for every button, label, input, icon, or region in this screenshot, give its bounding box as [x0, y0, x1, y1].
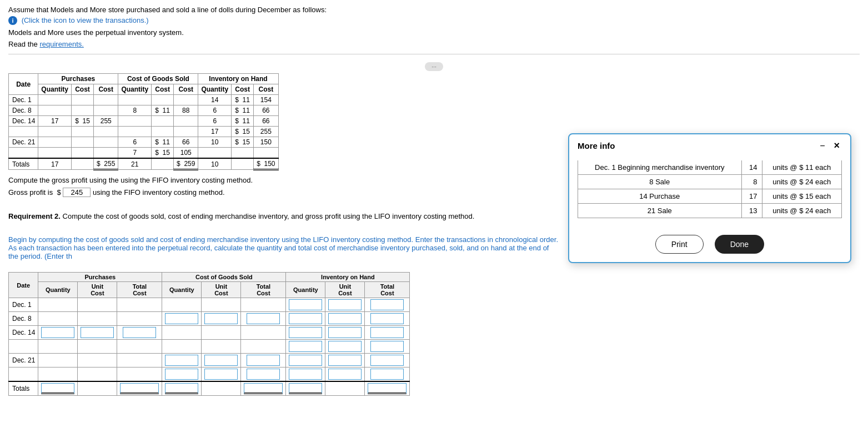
- perpetual-system-text: Models and More uses the perpetual inven…: [8, 28, 860, 37]
- lifo-dec21-cogs-tc-b[interactable]: [247, 369, 280, 380]
- view-transactions-link[interactable]: (Click the icon to view the transactions…: [22, 16, 149, 24]
- modal-unit-sale21: units @ $ 24 each: [762, 204, 841, 218]
- col-p-uc: Cost: [72, 84, 94, 95]
- lifo-dec21-inv-qty-b[interactable]: [289, 369, 322, 380]
- gross-profit-input[interactable]: [63, 188, 91, 197]
- lifo-dec14-inv-qty-a[interactable]: [289, 327, 322, 338]
- lifo-dec21-inv-uc-a[interactable]: [328, 355, 362, 366]
- gross-profit-result: Gross profit is $ using the FIFO invento…: [8, 188, 560, 197]
- lifo-row-dec14a: Dec. 14: [9, 326, 410, 340]
- lifo-dec21-cogs-uc-a[interactable]: [204, 355, 238, 366]
- col-p-tc: Cost: [94, 84, 118, 95]
- modal-item-sale8: 8 Sale 8 units @ $ 24 each: [578, 175, 842, 189]
- lifo-dec8-inv-tc[interactable]: [370, 313, 404, 324]
- lifo-dec21-cogs-uc-b[interactable]: [204, 369, 238, 380]
- lifo-dec1-inv-qty[interactable]: [289, 299, 322, 310]
- lifo-dec1-inv-uc[interactable]: [328, 299, 362, 310]
- fifo-row-totals: Totals 17 $ 255 21 $ 259 10 $ 150: [9, 158, 279, 170]
- fifo-row-dec21a: Dec. 21 6 $ 11 66 10 $ 15 150: [9, 137, 279, 148]
- lifo-dec14-inv-tc-b[interactable]: [370, 341, 404, 352]
- lifo-table: Date Purchases Cost of Goods Sold Invent…: [8, 272, 410, 396]
- modal-label-sale8: 8 Sale: [578, 175, 742, 189]
- print-button[interactable]: Print: [655, 235, 704, 254]
- modal-footer: Print Done: [569, 226, 850, 262]
- fifo-row-dec14b: 17 $ 15 255: [9, 127, 279, 137]
- read-requirements-text: Read the requirements.: [8, 40, 860, 48]
- lifo-total-cogs-tc[interactable]: [244, 383, 283, 394]
- col-inv-tc: Cost: [254, 84, 278, 95]
- lifo-dec1-inv-tc[interactable]: [370, 299, 404, 310]
- info-icon: i: [8, 16, 17, 25]
- fifo-table: Date Purchases Cost of Goods Sold Invent…: [8, 73, 279, 170]
- col-cogs-tc: Cost: [174, 84, 198, 95]
- lifo-dec21-cogs-qty-a[interactable]: [165, 355, 198, 366]
- modal-content: Dec. 1 Beginning merchandise inventory 1…: [569, 155, 850, 226]
- modal-qty-sale21: 13: [741, 204, 762, 218]
- modal-qty-purchase14: 17: [741, 189, 762, 204]
- lifo-row-dec21a: Dec. 21: [9, 354, 410, 367]
- more-info-modal: More info − × Dec. 1 Beginning merchandi…: [568, 133, 851, 263]
- lifo-inventory-header: Inventory on Hand: [286, 273, 410, 282]
- lifo-dec14-p-uc[interactable]: [81, 327, 114, 338]
- lifo-dec14-inv-tc-a[interactable]: [370, 327, 404, 338]
- lifo-row-dec21b: [9, 367, 410, 382]
- lifo-total-inv-qty[interactable]: [289, 383, 322, 394]
- lifo-inv-unit-cost: UnitCost: [325, 282, 365, 298]
- modal-label-sale21: 21 Sale: [578, 204, 742, 218]
- lifo-total-inv-tc[interactable]: [368, 383, 407, 394]
- lifo-dec14-inv-uc-a[interactable]: [328, 327, 362, 338]
- fifo-row-dec14a: Dec. 14 17 $ 15 255 6 $ 11 66: [9, 116, 279, 127]
- lifo-table-wrapper: Date Purchases Cost of Goods Sold Invent…: [8, 272, 560, 396]
- modal-unit-sale8: units @ $ 24 each: [762, 175, 841, 189]
- modal-controls: − ×: [817, 140, 842, 152]
- lifo-row-totals: Totals: [9, 381, 410, 396]
- lifo-instructions: Begin by computing the cost of goods sol…: [8, 235, 560, 260]
- modal-unit-purchase14: units @ $ 15 each: [762, 189, 841, 204]
- lifo-total-cogs-qty[interactable]: [165, 383, 198, 394]
- lifo-dec8-cogs-uc[interactable]: [204, 313, 238, 324]
- lifo-row-dec14b: [9, 340, 410, 354]
- lifo-total-p-tc[interactable]: [120, 383, 159, 394]
- modal-unit-dec1: units @ $ 11 each: [762, 160, 841, 175]
- fifo-row-dec8: Dec. 8 8 $ 11 88 6 $ 11 66: [9, 105, 279, 116]
- col-purchases: Purchases: [38, 74, 118, 84]
- lifo-dec8-inv-qty[interactable]: [289, 313, 322, 324]
- lifo-dec21-inv-tc-a[interactable]: [370, 355, 404, 366]
- col-p-qty: Quantity: [38, 84, 72, 95]
- lifo-dec21-cogs-tc-a[interactable]: [247, 355, 280, 366]
- modal-qty-dec1: 14: [741, 160, 762, 175]
- col-inv-qty: Quantity: [198, 84, 232, 95]
- lifo-total-p-qty[interactable]: [41, 383, 74, 394]
- col-inventory: Inventory on Hand: [198, 74, 278, 84]
- lifo-dec14-p-tc[interactable]: [123, 327, 156, 338]
- modal-minimize-button[interactable]: −: [817, 140, 827, 152]
- lifo-dec14-p-qty[interactable]: [41, 327, 74, 338]
- lifo-dec14-inv-uc-b[interactable]: [328, 341, 362, 352]
- fifo-row-dec1: Dec. 1 14 $ 11 154: [9, 95, 279, 105]
- done-button[interactable]: Done: [715, 235, 764, 254]
- lifo-dec21-inv-qty-a[interactable]: [289, 355, 322, 366]
- intro-line1: Assume that Models and More store purcha…: [8, 6, 860, 14]
- col-inv-uc: Cost: [232, 84, 254, 95]
- lifo-dec21-cogs-qty-b[interactable]: [165, 369, 198, 380]
- lifo-purchases-header: Purchases: [38, 273, 162, 282]
- lifo-col-date: Date: [9, 273, 38, 298]
- modal-title: More info: [578, 141, 615, 150]
- lifo-dec21-inv-tc-b[interactable]: [370, 369, 404, 380]
- col-date: Date: [9, 74, 38, 95]
- lifo-dec8-inv-uc[interactable]: [328, 313, 362, 324]
- fifo-row-dec21b: 7 $ 15 105: [9, 148, 279, 159]
- requirements-link[interactable]: requirements.: [39, 40, 83, 48]
- modal-item-sale21: 21 Sale 13 units @ $ 24 each: [578, 204, 842, 218]
- lifo-row-dec8: Dec. 8: [9, 312, 410, 326]
- lifo-dec8-cogs-qty[interactable]: [165, 313, 198, 324]
- lifo-p-unit-cost: UnitCost: [78, 282, 117, 298]
- lifo-dec8-cogs-tc[interactable]: [247, 313, 280, 324]
- modal-label-purchase14: 14 Purchase: [578, 189, 742, 204]
- modal-close-button[interactable]: ×: [831, 140, 842, 152]
- lifo-dec21-inv-uc-b[interactable]: [328, 369, 362, 380]
- modal-item-purchase14: 14 Purchase 17 units @ $ 15 each: [578, 189, 842, 204]
- modal-qty-sale8: 8: [741, 175, 762, 189]
- lifo-inv-total-cost: TotalCost: [365, 282, 410, 298]
- lifo-dec14-inv-qty-b[interactable]: [289, 341, 322, 352]
